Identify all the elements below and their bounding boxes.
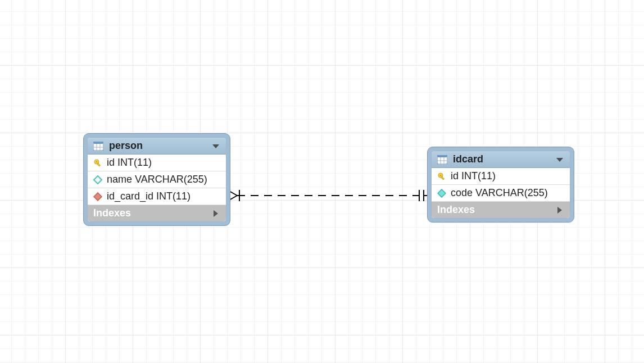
column-text: code VARCHAR(255) bbox=[451, 187, 548, 199]
column-row[interactable]: name VARCHAR(255) bbox=[88, 171, 226, 188]
column-text: name VARCHAR(255) bbox=[107, 174, 207, 185]
svg-line-1 bbox=[229, 191, 237, 196]
svg-line-2 bbox=[229, 196, 237, 200]
svg-point-21 bbox=[440, 174, 442, 176]
column-text: id INT(11) bbox=[451, 170, 496, 182]
relationship-person-idcard[interactable] bbox=[229, 184, 427, 207]
table-icon bbox=[93, 142, 103, 151]
svg-rect-14 bbox=[97, 163, 100, 166]
diamond-cyan-icon bbox=[437, 189, 446, 198]
diamond-red-icon bbox=[93, 192, 102, 201]
key-icon bbox=[437, 172, 446, 181]
column-row[interactable]: code VARCHAR(255) bbox=[432, 185, 570, 202]
indexes-row[interactable]: Indexes bbox=[432, 202, 570, 218]
entity-person[interactable]: person id INT(11) bbox=[83, 133, 230, 226]
column-row[interactable]: id INT(11) bbox=[88, 155, 226, 171]
indexes-label: Indexes bbox=[437, 204, 475, 216]
key-icon bbox=[93, 158, 102, 167]
entity-header[interactable]: person bbox=[88, 138, 226, 155]
entity-header[interactable]: idcard bbox=[432, 151, 570, 168]
column-text: id_card_id INT(11) bbox=[107, 190, 191, 202]
collapse-icon[interactable] bbox=[211, 142, 220, 151]
table-icon bbox=[437, 155, 447, 164]
svg-point-13 bbox=[96, 161, 98, 162]
er-canvas[interactable]: person id INT(11) bbox=[0, 0, 644, 363]
entity-idcard[interactable]: idcard id INT(11) bbox=[427, 147, 574, 223]
svg-rect-16 bbox=[437, 155, 447, 157]
entity-title: idcard bbox=[453, 153, 550, 165]
indexes-row[interactable]: Indexes bbox=[88, 205, 226, 221]
expand-right-icon bbox=[555, 206, 564, 215]
collapse-icon[interactable] bbox=[555, 155, 564, 164]
column-text: id INT(11) bbox=[107, 157, 152, 169]
svg-rect-8 bbox=[93, 142, 103, 144]
svg-rect-22 bbox=[441, 176, 444, 180]
expand-right-icon bbox=[211, 209, 220, 218]
column-row[interactable]: id_card_id INT(11) bbox=[88, 188, 226, 205]
indexes-label: Indexes bbox=[93, 207, 131, 219]
entity-title: person bbox=[109, 140, 206, 152]
column-row[interactable]: id INT(11) bbox=[432, 168, 570, 185]
diamond-open-icon bbox=[93, 175, 102, 184]
